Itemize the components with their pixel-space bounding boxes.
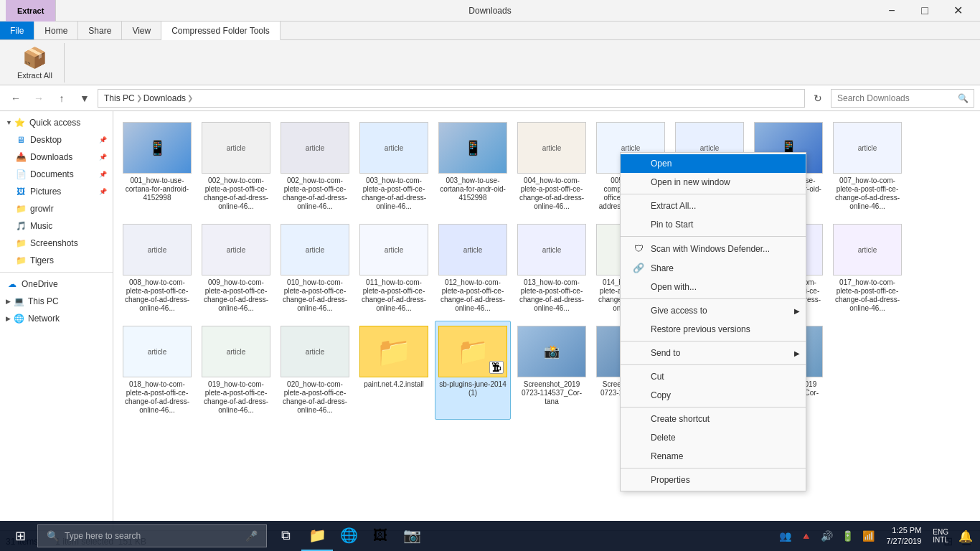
file-item[interactable]: article 004_how-to-com-plete-a-post-offi… [514,117,590,216]
people-icon[interactable]: 👥 [776,530,794,542]
taskbar-camera[interactable]: 📷 [396,521,428,551]
up-button[interactable]: ↑ [52,88,72,108]
sidebar-item-network[interactable]: ▶ 🌐 Network [0,310,113,327]
ctx-give-access[interactable]: Give access to ▶ [621,301,806,320]
sidebar-label-documents: Documents [30,169,74,179]
file-item[interactable]: article 012_how-to-com-plete-a-post-offi… [435,219,511,318]
network-tray-icon[interactable]: 🔺 [797,530,815,542]
maximize-button[interactable]: □ [908,0,941,22]
file-thumbnail: article [123,326,192,377]
ctx-rename[interactable]: Rename [621,447,806,466]
ctx-copy[interactable]: Copy [621,386,806,405]
address-bar[interactable]: This PC ❯ Downloads ❯ [98,89,805,108]
volume-icon[interactable]: 🔊 [818,530,836,542]
ctx-open-with[interactable]: Open with... [621,278,806,296]
clock-date: 7/27/2019 [886,536,921,547]
sidebar-item-pictures[interactable]: 🖼 Pictures 📌 [0,183,113,200]
file-item[interactable]: article 002_how-to-com-plete-a-post-offi… [198,117,274,216]
battery-icon[interactable]: 🔋 [839,530,857,542]
refresh-button[interactable]: ↻ [808,88,828,108]
ctx-sep-6 [621,407,806,408]
file-name: 004_how-to-com-plete-a-post-offi-ce-chan… [517,176,586,211]
sidebar-divider-1 [0,272,113,273]
screenshots-icon: 📁 [14,237,27,250]
ctx-open[interactable]: Open [621,154,806,173]
wifi-icon[interactable]: 📶 [859,530,877,542]
close-button[interactable]: ✕ [941,0,974,22]
file-name: 019_how-to-com-plete-a-post-offi-ce-chan… [202,380,270,415]
sidebar-label-growlr: growlr [30,204,54,214]
tab-share[interactable]: Share [78,22,122,39]
notification-button[interactable]: 🔔 [954,529,977,543]
file-name: 008_how-to-com-plete-a-post-offi-ce-chan… [123,278,192,313]
file-item[interactable]: article 013_how-to-com-plete-a-post-offi… [514,219,590,318]
ctx-sep-4 [621,341,806,342]
pin-icon-documents: 📌 [99,171,107,178]
file-item[interactable]: article 009_how-to-com-plete-a-post-offi… [198,219,274,318]
sidebar-label-pictures: Pictures [30,187,61,197]
system-clock[interactable]: 1:25 PM 7/27/2019 [880,525,927,547]
taskbar-edge[interactable]: 🌐 [333,521,364,551]
back-button[interactable]: ← [6,88,26,108]
ctx-cut[interactable]: Cut [621,367,806,386]
file-item[interactable]: article 003_how-to-com-plete-a-post-offi… [356,117,432,216]
sidebar-item-desktop[interactable]: 🖥 Desktop 📌 [0,131,113,149]
sidebar-item-music[interactable]: 🎵 Music [0,217,113,235]
sidebar-item-documents[interactable]: 📄 Documents 📌 [0,166,113,183]
ctx-scan-defender[interactable]: 🛡 Scan with Windows Defender... [621,239,806,258]
taskbar-file-explorer[interactable]: 📁 [301,521,333,551]
file-item[interactable]: article 017_how-to-com-plete-a-post-offi… [829,219,905,318]
file-item-selected[interactable]: 📁 🗜 sb-plugins-june-2014 (1) [435,321,511,420]
sidebar-item-downloads[interactable]: 📥 Downloads 📌 [0,149,113,166]
file-item[interactable]: article 008_how-to-com-plete-a-post-offi… [119,219,195,318]
ctx-share[interactable]: 🔗 Share [621,258,806,278]
file-item[interactable]: 📱 001_how-to-use-cortana-for-android-415… [119,117,195,216]
ctx-create-shortcut[interactable]: Create shortcut [621,410,806,428]
file-item[interactable]: article 010_how-to-com-plete-a-post-offi… [277,219,353,318]
taskbar-search[interactable]: 🔍 Type here to search 🎤 [37,524,267,547]
file-name: 011_how-to-com-plete-a-post-offi-ce-chan… [359,278,428,313]
send-to-arrow: ▶ [794,349,800,357]
taskbar-photos[interactable]: 🖼 [364,521,396,551]
extract-all-btn[interactable]: Extract All [17,71,52,80]
file-item[interactable]: 📸 Screenshot_2019 0723-114537_Cor-tana [514,321,590,420]
ctx-open-new-window[interactable]: Open in new window [621,173,806,192]
tab-file[interactable]: File [0,22,34,39]
search-input[interactable] [831,89,974,108]
file-item[interactable]: article 002_how-to-com-plete-a-post-offi… [277,117,353,216]
ctx-restore-versions[interactable]: Restore previous versions [621,320,806,339]
taskbar-task-view[interactable]: ⧉ [270,521,301,551]
file-item[interactable]: article 011_how-to-com-plete-a-post-offi… [356,219,432,318]
sidebar-item-onedrive[interactable]: ☁ OneDrive [0,276,113,293]
ctx-properties[interactable]: Properties [621,471,806,489]
tab-home[interactable]: Home [34,22,78,39]
file-item[interactable]: 📱 003_how-to-use-cortana-for-andr-oid-41… [435,117,511,216]
tab-view[interactable]: View [122,22,161,39]
ctx-extract-all[interactable]: Extract All... [621,197,806,215]
file-item[interactable]: article 018_how-to-com-plete-a-post-offi… [119,321,195,420]
file-item[interactable]: article 019_how-to-com-plete-a-post-offi… [198,321,274,420]
recent-locations-button[interactable]: ▼ [75,88,95,108]
minimize-button[interactable]: − [875,0,908,22]
file-name: 013_how-to-com-plete-a-post-offi-ce-chan… [517,278,586,313]
addr-downloads[interactable]: Downloads [143,93,186,103]
forward-button[interactable]: → [29,88,49,108]
taskbar-apps: ⧉ 📁 🌐 🖼 📷 [270,521,428,551]
file-item[interactable]: article 007_how-to-com-plete-a-post-offi… [829,117,905,216]
file-item[interactable]: article 020_how-to-com-plete-a-post-offi… [277,321,353,420]
tab-compressed-folder-tools[interactable]: Compressed Folder Tools [161,22,281,40]
sidebar-item-tigers[interactable]: 📁 Tigers [0,252,113,269]
ctx-send-to[interactable]: Send to ▶ [621,344,806,362]
sidebar-item-quick-access[interactable]: ▼ ⭐ Quick access [0,114,113,131]
file-item[interactable]: 📁 paint.net.4.2.install [356,321,432,420]
file-name: 007_how-to-com-plete-a-post-offi-ce-chan… [833,176,902,211]
start-button[interactable]: ⊞ [3,521,37,551]
tab-extract[interactable]: Extract [6,0,56,22]
downloads-icon: 📥 [14,151,27,164]
ctx-pin-to-start[interactable]: Pin to Start [621,215,806,234]
sidebar-item-screenshots[interactable]: 📁 Screenshots [0,235,113,252]
sidebar-item-this-pc[interactable]: ▶ 💻 This PC [0,293,113,310]
addr-this-pc[interactable]: This PC [104,93,135,103]
ctx-delete[interactable]: Delete [621,428,806,447]
sidebar-item-growlr[interactable]: 📁 growlr [0,200,113,217]
